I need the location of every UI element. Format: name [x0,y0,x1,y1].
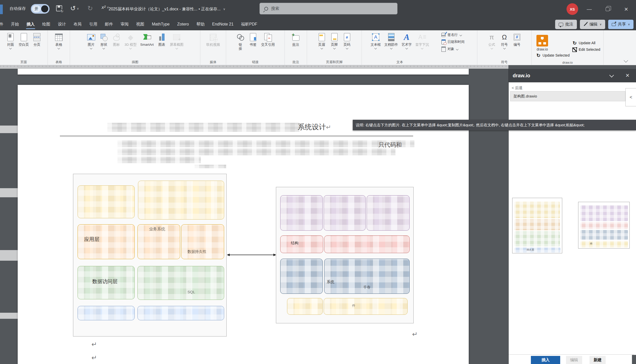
ribbon-button-icon [418,32,427,42]
ribbon-button[interactable]: 图标 [110,32,123,50]
ribbon-group-items: 批注 [285,30,307,47]
undo-button[interactable]: ↺∨ [70,5,79,12]
redo-button[interactable]: ↻ [87,5,93,12]
panel-back-link[interactable]: < 后退 [512,86,523,90]
ribbon-tab[interactable]: 开始 [7,18,23,30]
ribbon-button[interactable]: 签名行 [440,32,463,38]
drawio-file-item[interactable]: 架构图.drawio [510,91,625,101]
ribbon-button[interactable]: 艺术字 [400,32,414,50]
ribbon-tab[interactable]: 设计 [54,18,70,30]
ribbon-button[interactable]: 封面 [4,32,17,50]
redacted-heading-text [107,123,299,132]
editing-mode-button[interactable]: 编辑 ∨ [580,20,605,29]
ribbon-button[interactable]: 文本框 [369,32,383,50]
ribbon-button[interactable]: draw.io [535,34,550,52]
ribbon-group: 公式 符号 编号 符号 [477,30,532,65]
ribbon-button[interactable]: 3D 模型 [123,32,138,50]
superscript-button[interactable]: x²∨ [102,5,109,10]
ribbon-button[interactable]: 形状 [98,32,110,50]
ribbon-button[interactable]: 首字下沉 [414,32,431,50]
ribbon-button[interactable]: 空白页 [17,32,31,50]
word-logo-icon [0,5,3,14]
autosave-toggle[interactable]: 开 [31,4,50,14]
ribbon-group-items: 表格 [48,30,70,50]
ribbon-button[interactable]: 分页 [31,32,43,50]
ribbon-tab[interactable]: Zotero [173,18,193,30]
architecture-diagram-left[interactable]: 应用层 业务系统 数据持久性 数据访问层 SQL [73,174,227,336]
previous-page-bottom [18,69,469,75]
ribbon-button[interactable]: 表格 [53,32,65,50]
diagram-thumbnail-1[interactable]: 持久层 [512,198,562,253]
document-heading: 系统设计↵ [298,122,331,132]
ribbon-tab[interactable]: 视图 [132,18,148,30]
ribbon-button-label: 对象 [447,47,454,51]
ribbon-button[interactable]: 屏幕截图 [168,32,185,50]
minimize-button[interactable]: — [581,0,597,18]
panel-scrollbar[interactable] [632,355,636,364]
title-caret-icon[interactable]: ∨ [223,7,225,11]
ribbon-button-icon [371,32,380,42]
ribbon-tab[interactable]: 邮件 [101,18,117,30]
panel-close-icon[interactable]: × [626,71,629,79]
edit-diagram-button[interactable]: 编辑 [566,356,582,364]
diagram-thumbnail-2[interactable]: 件 [578,202,630,249]
panel-side-collapse-button[interactable]: < [625,88,636,106]
ribbon-tab[interactable]: 布局 [70,18,85,30]
ribbon-button-label: 文本框 [371,43,381,47]
ribbon-button[interactable]: SmartArt [138,32,155,50]
save-button[interactable] [56,5,63,12]
ribbon-button[interactable]: Update All [571,40,597,46]
ribbon-button[interactable]: 编号 [511,32,523,50]
search-input[interactable] [271,6,387,11]
ribbon-button[interactable]: 联机视频 [205,32,222,47]
avatar[interactable]: XS [567,3,578,15]
ribbon-tab[interactable]: EndNote 21 [208,18,238,30]
ribbon-button[interactable]: 文档部件 [383,32,400,50]
ribbon: 封面 空白页 分页 页面 [0,30,636,65]
ribbon-button-label: 空白页 [19,43,29,47]
ribbon-button[interactable]: 页脚 [328,32,341,50]
ribbon-button[interactable]: 链接 [234,32,247,51]
connector-arrow [227,255,276,255]
search-box[interactable] [260,3,397,14]
restore-button[interactable] [599,0,616,18]
ribbon-button[interactable]: 符号 [498,32,511,50]
dropdown-caret-icon [421,47,423,49]
ribbon-button[interactable]: 书签 [247,32,260,51]
ribbon-button[interactable]: Edit Selected [571,46,601,53]
share-button[interactable]: 共享 ∨ [608,20,633,29]
ribbon-tab[interactable]: 绘图 [38,18,54,30]
ribbon-button[interactable]: 页眉 [315,32,328,50]
ribbon-tab[interactable]: 引用 [85,18,101,30]
ribbon-group-label: 插图 [70,60,200,64]
diagram-label: 数据访问层 [92,278,117,285]
heading-divider-line [60,135,413,137]
ribbon-button[interactable]: 图片 [85,32,98,50]
close-button[interactable]: × [618,0,634,18]
architecture-diagram-right[interactable]: 结构 系统 千寺 件 [276,187,414,323]
title-bar: 自动保存 开 ↺∨ ↻ x²∨ 2025届本科毕业设计（论文）_v1.docx … [0,0,636,18]
ribbon-button[interactable]: 交叉引用 [260,32,277,51]
panel-collapse-chevron-icon[interactable] [609,73,614,77]
ribbon-button[interactable]: 日期和时间 [440,39,466,45]
ribbon-tab[interactable]: MathType [148,18,173,30]
ribbon-button-label: 表格 [55,43,62,47]
ribbon-tab[interactable]: 文件 [0,18,7,30]
insert-diagram-button[interactable]: 插入 [531,356,560,364]
ribbon-tab[interactable]: 帮助 [193,18,208,30]
ribbon-button[interactable]: Update Selected [535,52,571,59]
ribbon-button[interactable]: 对象 [440,46,459,52]
dropdown-caret-icon [503,47,506,49]
ribbon-button-label: Update Selected [543,53,570,58]
ribbon-tab[interactable]: 福昕PDF [237,18,261,30]
ribbon-button[interactable]: 页码 [341,32,353,50]
ribbon-button[interactable]: 图表 [155,32,168,50]
word-window: 自动保存 开 ↺∨ ↻ x²∨ 2025届本科毕业设计（论文）_v1.docx … [0,0,636,364]
ribbon-button[interactable]: 批注 [290,32,302,47]
ribbon-button-label: 公式 [488,43,495,47]
ribbon-tab[interactable]: 插入 [23,18,38,30]
ribbon-tab[interactable]: 审阅 [117,18,132,30]
comments-button[interactable]: 批注 [555,20,577,29]
ribbon-button[interactable]: 公式 [485,32,498,50]
new-diagram-button[interactable]: 新建 [590,356,606,364]
